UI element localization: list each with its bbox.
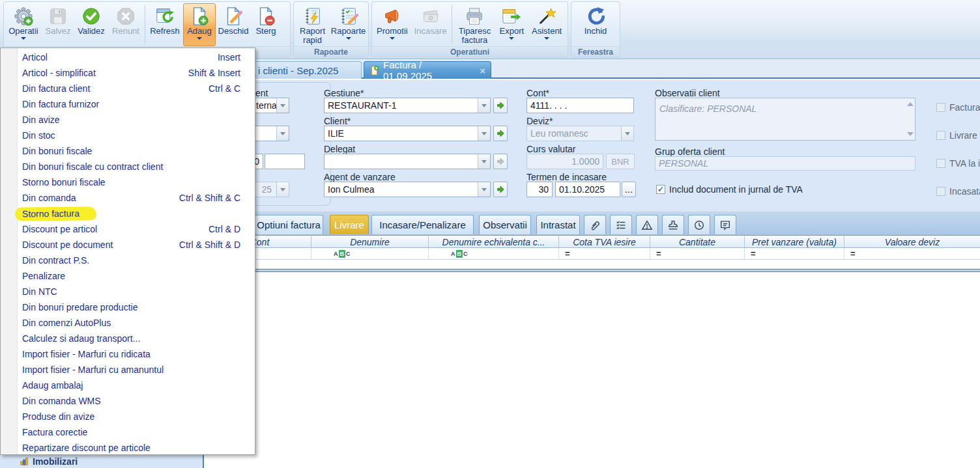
tab-intrastat[interactable]: Intrastat — [536, 215, 580, 234]
column-header-cantitate[interactable]: Cantitate — [650, 236, 745, 247]
rapoarte-button[interactable]: Rapoarte — [330, 3, 367, 46]
menu-item-articol-simplificat[interactable]: Articol - simplificatShift & Insert — [1, 65, 255, 81]
column-header-denumire-echivalenta[interactable]: Denumire echivalenta c... — [429, 236, 559, 247]
filter-cell[interactable]: = — [650, 248, 745, 259]
client-go-button[interactable] — [493, 126, 508, 141]
menu-item-din-factura-furnizor[interactable]: Din factura furnizor — [1, 96, 255, 112]
menu-item-discount-pe-document[interactable]: Discount pe documentCtrl & Shift & D — [1, 237, 255, 253]
filter-cell[interactable]: = — [559, 248, 650, 259]
menu-item-calculez-adaug-transport[interactable]: Calculez si adaug transport... — [1, 331, 255, 346]
tab-factura[interactable]: Factura / 01.09.2025 × — [364, 61, 491, 79]
inchid-button[interactable]: Inchid — [574, 3, 617, 46]
add-document-icon — [190, 6, 209, 27]
field-value: 30 — [538, 184, 549, 195]
menu-item-din-ntc[interactable]: Din NTC — [1, 284, 255, 299]
menu-item-storno-bonuri-fiscale[interactable]: Storno bonuri fiscale — [1, 174, 255, 190]
agent-go-button[interactable] — [493, 182, 508, 197]
gestiune-combo[interactable]: RESTAURANT-1 — [324, 98, 491, 113]
chevron-down-icon[interactable] — [276, 98, 289, 113]
menu-item-din-comanda[interactable]: Din comandaCtrl & Shift & C — [1, 190, 255, 206]
cont-field[interactable]: 4111. . . . — [526, 98, 634, 113]
raport-rapid-button[interactable]: Raport rapid — [295, 3, 330, 46]
menu-item-din-comanda-wms[interactable]: Din comanda WMS — [1, 393, 255, 409]
chevron-down-icon[interactable] — [478, 182, 490, 197]
incasata-checkbox: Incasata — [936, 186, 980, 197]
chevron-down-icon[interactable] — [276, 126, 289, 141]
column-header-pret-vanzare[interactable]: Pret vanzare (valuta) — [745, 236, 844, 247]
checkbox-label: Incasata — [949, 186, 980, 197]
sterg-button[interactable]: Sterg — [251, 3, 281, 46]
attachments-button[interactable] — [584, 215, 606, 234]
menu-item-import-fisier-amanuntul[interactable]: Import fisier - Marfuri cu amanuntul — [1, 362, 255, 378]
scroll-down-icon[interactable] — [907, 132, 914, 136]
gestiune-go-button[interactable] — [493, 98, 508, 113]
chevron-down-icon[interactable] — [478, 98, 490, 113]
scroll-up-icon[interactable] — [907, 102, 914, 106]
filter-cell[interactable]: ABC — [311, 248, 429, 259]
termen-date-field[interactable]: 01.10.2025 — [555, 182, 620, 197]
tiparesc-factura-button[interactable]: Tiparesc factura — [454, 3, 497, 46]
column-header-denumire[interactable]: Denumire — [311, 236, 429, 247]
termen-more-button[interactable]: … — [622, 182, 636, 197]
tab-optiuni-factura[interactable]: Optiuni factura — [254, 215, 323, 234]
asistent-button[interactable]: Asistent — [527, 3, 566, 46]
tab-label: Incasare/Penalizare — [379, 219, 466, 230]
menu-item-factura-corectie[interactable]: Factura corectie — [1, 424, 255, 440]
menu-item-din-stoc[interactable]: Din stoc — [1, 128, 255, 143]
column-header-cota-tva[interactable]: Cota TVA iesire — [559, 236, 650, 247]
client-combo[interactable]: ILIE — [324, 126, 491, 141]
menu-item-din-avize[interactable]: Din avize — [1, 112, 255, 128]
menu-item-din-bonuri-predare-productie[interactable]: Din bonuri predare productie — [1, 299, 255, 315]
chevron-down-icon[interactable] — [276, 182, 289, 197]
refresh-button[interactable]: Refresh — [147, 3, 183, 46]
close-icon[interactable]: × — [480, 65, 485, 76]
menu-item-storno-factura[interactable]: Storno factura — [1, 206, 255, 221]
chevron-down-icon[interactable] — [478, 154, 490, 169]
agent-combo[interactable]: Ion Culmea — [324, 182, 491, 197]
promotii-button[interactable]: Promotii — [373, 3, 411, 46]
jurnal-tva-checkbox[interactable]: ✓ Includ document in jurnal de TVA — [656, 184, 803, 195]
deschid-button[interactable]: Deschid — [216, 3, 251, 46]
document-number-field-2[interactable] — [265, 154, 305, 169]
menu-item-din-comenzi-autoplus[interactable]: Din comenzi AutoPlus — [1, 315, 255, 331]
open-document-icon — [223, 6, 243, 27]
observatii-textarea[interactable]: Clasificare: PERSONAL — [655, 98, 915, 141]
adaug-button[interactable]: Adaug — [183, 3, 216, 46]
menu-item-articol[interactable]: ArticolInsert — [1, 49, 255, 65]
field-value: 1.0000 — [571, 156, 599, 167]
ribbon-group-caption: Operatiuni — [372, 46, 568, 57]
tab-observatii[interactable]: Observatii — [479, 215, 531, 234]
menu-item-import-fisier-ridicata[interactable]: Import fisier - Marfuri cu ridicata — [1, 346, 255, 362]
menu-item-produse-din-avize[interactable]: Produse din avize — [1, 409, 255, 424]
termen-days-field[interactable]: 30 — [526, 182, 553, 197]
history-button[interactable] — [688, 215, 710, 234]
operatii-label: Operatii — [8, 27, 38, 36]
checklist-button[interactable] — [610, 215, 632, 234]
note-button[interactable] — [714, 215, 736, 234]
menu-item-repartizare-discount[interactable]: Repartizare discount pe articole — [1, 440, 255, 456]
tab-incasare-penalizare[interactable]: Incasare/Penalizare — [371, 215, 474, 234]
menu-item-din-bonuri-fiscale[interactable]: Din bonuri fiscale — [1, 143, 255, 159]
warning-button[interactable] — [636, 215, 658, 234]
menu-item-discount-pe-articol[interactable]: Discount pe articolCtrl & D — [1, 221, 255, 237]
menu-item-din-bonuri-fiscale-contract[interactable]: Din bonuri fiscale cu contract client — [1, 159, 255, 174]
sidebar-item-imobilizari[interactable]: Imobilizari — [0, 454, 204, 468]
text-filter-icon: ABC — [334, 250, 351, 258]
filter-cell[interactable]: ABC — [429, 248, 559, 259]
menu-item-din-contract-ps[interactable]: Din contract P.S. — [1, 253, 255, 268]
asistent-label: Asistent — [532, 27, 562, 36]
delegat-combo[interactable] — [324, 154, 491, 169]
menu-item-din-factura-client[interactable]: Din factura clientCtrl & C — [1, 81, 255, 96]
chevron-down-icon[interactable] — [478, 126, 490, 141]
export-button[interactable]: Export — [496, 3, 527, 46]
column-header-valoare-deviz[interactable]: Valoare deviz — [844, 236, 980, 247]
tab-livrare[interactable]: Livrare — [330, 215, 369, 234]
operatii-button[interactable]: Operatii — [5, 3, 42, 46]
validez-button[interactable]: Validez — [74, 3, 108, 46]
export-label: Export — [500, 27, 525, 36]
menu-item-adaug-ambalaj[interactable]: Adaug ambalaj — [1, 378, 255, 393]
filter-cell[interactable]: = — [745, 248, 844, 259]
stamp-button[interactable] — [662, 215, 684, 234]
filter-cell[interactable]: = — [844, 248, 980, 259]
menu-item-penalizare[interactable]: Penalizare — [1, 268, 255, 284]
